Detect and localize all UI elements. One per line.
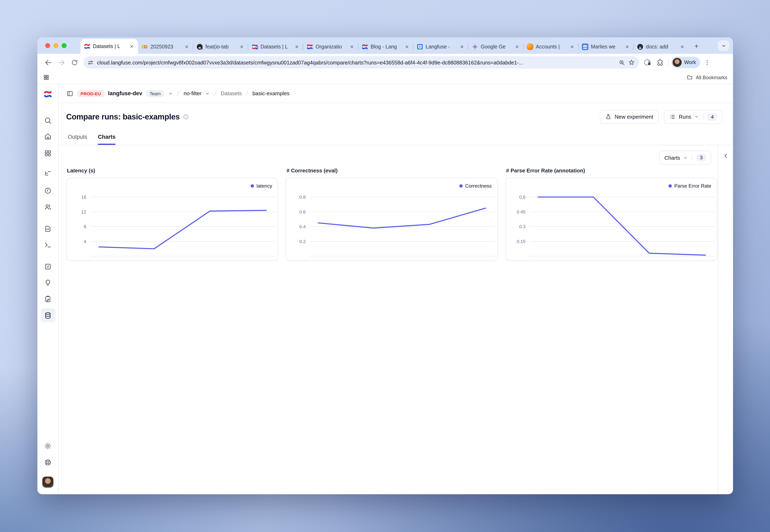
view-tabs: Outputs Charts bbox=[59, 131, 733, 145]
tab-title: Langfuse - bbox=[426, 44, 456, 50]
collapse-panel-button[interactable] bbox=[720, 150, 731, 161]
address-bar[interactable]: cloud.langfuse.com/project/cmfwgv8fx002o… bbox=[83, 56, 639, 69]
sidebar-item-prompts[interactable] bbox=[40, 222, 55, 235]
sidebar-item-home[interactable] bbox=[40, 130, 55, 142]
url-text[interactable]: cloud.langfuse.com/project/cmfwgv8fx002o… bbox=[97, 59, 616, 65]
project-name[interactable]: no-filter bbox=[184, 90, 202, 96]
close-tab-icon[interactable]: ✕ bbox=[294, 44, 300, 49]
browser-tab-datasets-2[interactable]: Datasets | L ✕ bbox=[248, 40, 303, 54]
privacy-lock-icon[interactable] bbox=[642, 57, 653, 68]
runs-label: Runs bbox=[679, 114, 691, 120]
browser-tab-colab[interactable]: 20250923 ✕ bbox=[138, 40, 193, 54]
close-tab-icon[interactable]: ✕ bbox=[459, 44, 465, 49]
tab-title: docs: add bbox=[646, 44, 677, 50]
legend-label: latency bbox=[257, 183, 272, 189]
extensions-puzzle-icon[interactable] bbox=[655, 57, 665, 68]
correctness-line-chart: 0.80.60.40.2 bbox=[286, 178, 497, 260]
sidebar-item-sessions[interactable] bbox=[40, 184, 55, 197]
org-name[interactable]: langfuse-dev bbox=[108, 90, 142, 96]
tab-search-button[interactable] bbox=[718, 40, 729, 51]
close-tab-icon[interactable]: ✕ bbox=[624, 44, 630, 49]
breadcrumb-current-item[interactable]: basic-examples bbox=[253, 90, 290, 96]
sidebar-item-evaluations[interactable] bbox=[40, 260, 55, 273]
tab-outputs[interactable]: Outputs bbox=[68, 134, 87, 145]
close-tab-icon[interactable]: ✕ bbox=[514, 44, 520, 49]
sidebar-item-tracing[interactable] bbox=[40, 167, 55, 180]
sidebar-toggle-icon[interactable] bbox=[66, 90, 73, 97]
svg-text:0.8: 0.8 bbox=[300, 195, 306, 200]
close-tab-icon[interactable]: ✕ bbox=[404, 44, 410, 49]
langfuse-logo[interactable] bbox=[40, 88, 55, 100]
chart-legend: Correctness bbox=[459, 183, 492, 189]
profile-chip[interactable]: Work bbox=[671, 57, 700, 68]
info-icon[interactable] bbox=[183, 114, 189, 120]
browser-tab-github-pr[interactable]: ✕ feat(io-tab ✕ bbox=[193, 40, 248, 54]
browser-tab-docs[interactable]: docs: add ✕ bbox=[634, 40, 689, 54]
svg-text:0.6: 0.6 bbox=[519, 195, 525, 200]
org-switcher-chevron-icon[interactable] bbox=[168, 91, 173, 96]
tab-title: Accounts | bbox=[536, 44, 566, 50]
browser-tab-notes[interactable]: Marlies we ✕ bbox=[579, 40, 634, 54]
sidebar-item-settings[interactable] bbox=[40, 440, 55, 452]
browser-tab-gemini[interactable]: Google Ge ✕ bbox=[468, 40, 523, 54]
reload-button[interactable] bbox=[69, 57, 80, 68]
environment-badge[interactable]: PROD-EU bbox=[77, 90, 104, 97]
runs-dropdown-button[interactable]: Runs 4 bbox=[664, 110, 722, 124]
new-tab-button[interactable]: + bbox=[691, 41, 702, 52]
svg-text:4: 4 bbox=[84, 239, 86, 244]
gemini-favicon-icon bbox=[472, 44, 478, 50]
legend-dot-icon bbox=[251, 184, 254, 188]
back-arrow-icon bbox=[44, 58, 52, 66]
charts-dropdown-button[interactable]: Charts 3 bbox=[659, 151, 711, 165]
reload-icon bbox=[71, 59, 78, 66]
sidebar-item-annotation-queues[interactable] bbox=[40, 293, 55, 305]
page-header: Compare runs: basic-examples New experim… bbox=[59, 103, 733, 131]
project-switcher-chevron-icon[interactable] bbox=[205, 91, 210, 96]
user-avatar[interactable] bbox=[42, 477, 53, 488]
bookmark-star-icon[interactable] bbox=[628, 59, 635, 66]
runs-count-badge: 4 bbox=[708, 113, 717, 120]
chart-column-correctness: # Correctness (eval) 0.80.60.40.2 Correc… bbox=[286, 167, 498, 261]
browser-tab-organization[interactable]: Organizatio ✕ bbox=[303, 40, 358, 54]
browser-tab-blog[interactable]: Blog - Lang ✕ bbox=[358, 40, 413, 54]
chart-legend: Parse Error Rate bbox=[669, 183, 711, 189]
sidebar-item-support[interactable] bbox=[40, 456, 55, 468]
maximize-window-button[interactable] bbox=[62, 43, 67, 48]
plan-badge: Team bbox=[146, 90, 164, 97]
all-bookmarks-button[interactable]: All Bookmarks bbox=[687, 74, 727, 80]
sidebar-item-users[interactable] bbox=[40, 201, 55, 213]
sidebar-item-search[interactable] bbox=[40, 114, 55, 126]
site-settings-icon[interactable] bbox=[87, 59, 94, 65]
sidebar-item-insights[interactable] bbox=[40, 276, 55, 289]
tab-charts[interactable]: Charts bbox=[98, 134, 116, 145]
panel-divider bbox=[718, 145, 718, 493]
close-tab-icon[interactable]: ✕ bbox=[184, 44, 190, 49]
browser-menu-kebab-icon[interactable] bbox=[702, 57, 713, 68]
legend-dot-icon bbox=[459, 184, 463, 188]
browser-tab-datasets-active[interactable]: Datasets | L ✕ bbox=[80, 39, 138, 54]
apps-grid-icon[interactable] bbox=[43, 74, 49, 80]
new-experiment-button[interactable]: New experiment bbox=[600, 110, 659, 124]
close-tab-icon[interactable]: ✕ bbox=[569, 44, 575, 49]
sidebar-item-dashboards[interactable] bbox=[40, 147, 55, 159]
langfuse-sync-favicon-icon bbox=[252, 44, 258, 50]
close-tab-icon[interactable]: ✕ bbox=[349, 44, 355, 49]
breadcrumb-datasets-link[interactable]: Datasets bbox=[221, 90, 242, 96]
tab-title: Marlies we bbox=[591, 44, 622, 50]
zoom-icon[interactable] bbox=[619, 59, 625, 65]
browser-tab-calendar[interactable]: 6 Langfuse - ✕ bbox=[413, 40, 468, 54]
parse-error-rate-chart-card: 0.60.450.30.15 Parse Error Rate bbox=[505, 178, 717, 261]
sidebar-item-playground[interactable] bbox=[40, 238, 55, 251]
close-window-button[interactable] bbox=[45, 43, 50, 48]
back-button[interactable] bbox=[42, 57, 54, 68]
close-tab-icon[interactable]: ✕ bbox=[239, 44, 245, 49]
minimize-window-button[interactable] bbox=[53, 43, 58, 48]
sidebar-item-datasets[interactable] bbox=[40, 308, 55, 322]
svg-text:0.15: 0.15 bbox=[516, 239, 525, 244]
legend-dot-icon bbox=[669, 184, 672, 188]
browser-tab-accounts[interactable]: Accounts | ✕ bbox=[523, 40, 579, 54]
forward-button[interactable] bbox=[55, 57, 67, 68]
chart-title: Latency (s) bbox=[67, 167, 278, 174]
close-tab-icon[interactable]: ✕ bbox=[128, 44, 135, 49]
close-tab-icon[interactable]: ✕ bbox=[679, 44, 685, 49]
